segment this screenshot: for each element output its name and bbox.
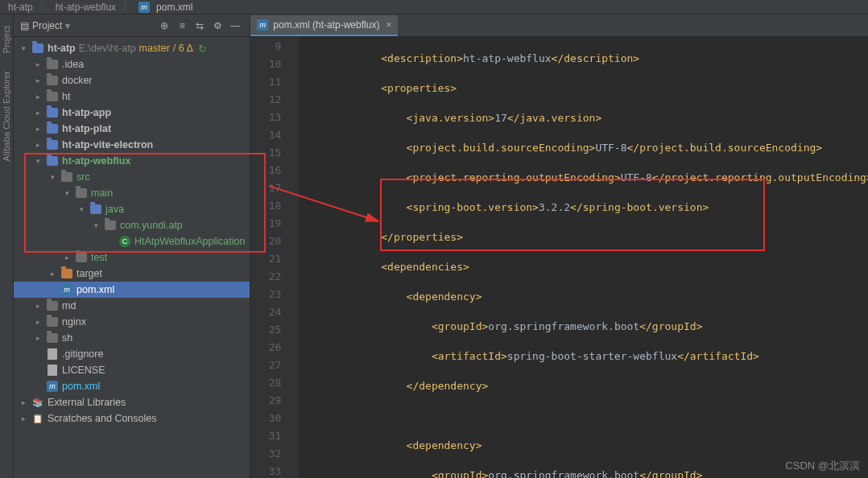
line-number[interactable]: 28 [250,377,299,394]
tree-path: E:\dev\ht-atp [79,43,136,54]
chevron-right-icon[interactable]: ▸ [19,414,28,422]
tree-item[interactable]: ▾java [14,201,250,217]
chevron-right-icon[interactable]: ▸ [33,76,43,84]
collapse-all-icon[interactable]: ⇆ [192,18,208,34]
line-number[interactable]: 31 [250,430,299,447]
line-number[interactable]: 30 [250,412,299,430]
chevron-right-icon[interactable]: ▸ [19,398,28,406]
tree-external-libraries[interactable]: ▸External Libraries [14,394,250,410]
tree-item[interactable]: ▸test [14,249,250,266]
chevron-right-icon[interactable]: ▸ [33,109,43,117]
tree-item[interactable]: ▾com.yundi.atp [14,217,250,233]
tree-item[interactable]: ▸ht [14,89,250,105]
line-number[interactable]: 21 [250,253,299,270]
line-number[interactable]: 29 [250,394,299,412]
tree-item[interactable]: ▸ht-atp-app [14,105,250,121]
tree-item[interactable]: ▸ht-atp-vite-electron [14,137,250,153]
chevron-right-icon[interactable]: ▸ [33,93,43,101]
tab-label: pom.xml (ht-atp-webflux) [273,19,379,31]
tree-item-class[interactable]: CHtAtpWebfluxApplication [14,233,250,249]
line-number[interactable]: 33 [250,465,299,478]
tree-item-webflux[interactable]: ▾ht-atp-webflux [14,153,250,169]
tree-item-pom[interactable]: mpom.xml [14,282,250,298]
line-number[interactable]: 23 [250,288,299,306]
chevron-right-icon[interactable]: ▸ [62,253,72,262]
hide-icon[interactable]: — [227,18,243,34]
folder-icon [47,92,58,101]
project-panel-title[interactable]: Project [32,20,62,31]
tree-item[interactable]: ▸md [14,298,250,314]
line-gutter[interactable]: 9 10 11 12 13 14 15 16 17 18 19 20 21 22… [250,37,299,478]
tree-scratches[interactable]: ▸📋Scratches and Consoles [14,410,250,426]
tree-item[interactable]: ▸.idea [14,56,250,72]
project-panel-header: ▤ Project ▾ ⊕ ≡ ⇆ ⚙ — [14,14,250,37]
sidebar-tab-cloud[interactable]: Alibaba Cloud Explorer [0,64,13,168]
line-number[interactable]: 13 [250,111,299,129]
line-number[interactable]: 19 [250,217,299,235]
close-icon[interactable]: × [386,19,391,31]
chevron-down-icon[interactable]: ▾ [91,221,101,229]
tree-item[interactable]: ▸target [14,266,250,282]
module-icon [32,43,43,53]
project-tree[interactable]: ▾ ht-atp E:\dev\ht-atp master / 6 Δ ↻ ▸.… [14,37,250,478]
line-number[interactable]: 25 [250,323,299,341]
sidebar-tab-project[interactable]: Project [0,19,13,60]
line-number[interactable]: 9 [250,40,299,58]
line-number[interactable]: 18 [250,200,299,217]
project-view-icon: ▤ [20,20,29,31]
line-number[interactable]: 24 [250,306,299,323]
chevron-right-icon[interactable]: ▸ [33,60,43,68]
tree-item[interactable]: .gitignore [14,346,250,362]
scratches-icon: 📋 [31,412,44,425]
chevron-right-icon[interactable]: ▸ [33,141,43,149]
editor-tab[interactable]: m pom.xml (ht-atp-webflux) × [250,15,398,36]
module-icon [47,124,58,134]
breadcrumb-root[interactable]: ht-atp [8,2,33,13]
code-area[interactable]: <description>ht-atp-webflux</description… [299,37,868,478]
line-number[interactable]: 22 [250,270,299,288]
line-number[interactable]: 16 [250,164,299,182]
chevron-down-icon[interactable]: ▾ [62,189,72,197]
chevron-down-icon[interactable]: ▾ [19,44,28,52]
tree-label: docker [62,75,93,86]
watermark: CSDN @北溟溟 [785,459,860,473]
line-number[interactable]: 26 [250,341,299,359]
line-number[interactable]: 20 [250,235,299,253]
breadcrumb-module[interactable]: ht-atp-webflux [56,2,116,13]
tree-item[interactable]: ▾main [14,185,250,201]
tree-label: ht-atp-vite-electron [62,139,153,150]
line-number[interactable]: 15 [250,146,299,164]
chevron-down-icon[interactable]: ▾ [33,157,43,165]
chevron-right-icon[interactable]: ▸ [33,302,43,310]
chevron-right-icon[interactable]: ▸ [33,318,43,326]
tree-root[interactable]: ▾ ht-atp E:\dev\ht-atp master / 6 Δ ↻ [14,40,250,56]
chevron-down-icon[interactable]: ▾ [76,205,86,213]
select-opened-file-icon[interactable]: ⊕ [156,18,172,34]
folder-icon [47,317,58,327]
chevron-right-icon[interactable]: ▸ [33,125,43,133]
line-number[interactable]: 11 [250,76,299,93]
tree-item[interactable]: ▸nginx [14,314,250,330]
chevron-right-icon[interactable]: ▸ [48,270,57,278]
gear-icon[interactable]: ⚙ [209,18,225,34]
line-number[interactable]: 14 [250,129,299,146]
tree-item[interactable]: mpom.xml [14,378,250,394]
chevron-down-icon[interactable]: ▾ [48,173,57,181]
tree-item[interactable]: LICENSE [14,362,250,378]
sync-icon[interactable]: ↻ [198,43,207,55]
chevron-down-icon[interactable]: ▾ [65,20,70,31]
line-number[interactable]: 27 [250,359,299,377]
breadcrumb-file[interactable]: pom.xml [156,2,192,13]
line-number[interactable]: 10 [250,58,299,76]
line-number[interactable]: 12 [250,93,299,111]
line-number[interactable]: 32 [250,447,299,465]
tree-item[interactable]: ▸docker [14,72,250,89]
chevron-right-icon[interactable]: ▸ [33,334,43,342]
line-number[interactable]: 17 [250,182,299,200]
tree-item[interactable]: ▸ht-atp-plat [14,121,250,137]
tree-item[interactable]: ▸sh [14,330,250,346]
tree-item[interactable]: ▾src [14,169,250,185]
tree-label: External Libraries [48,397,126,408]
editor[interactable]: 9 10 11 12 13 14 15 16 17 18 19 20 21 22… [250,37,868,478]
expand-all-icon[interactable]: ≡ [174,18,190,34]
